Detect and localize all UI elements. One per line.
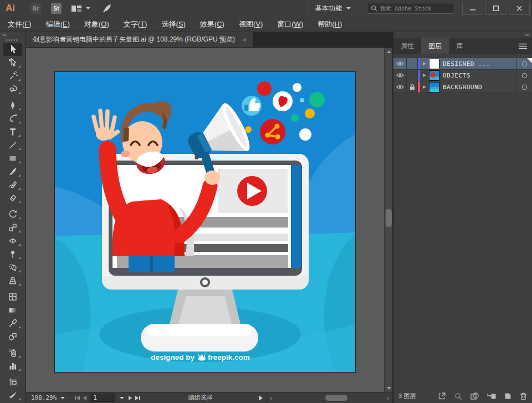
lasso-tool[interactable]	[0, 82, 25, 96]
artboard[interactable]: designed by freepik.com	[55, 72, 355, 372]
layer-thumbnail[interactable]	[429, 82, 439, 92]
expand-chevron-icon[interactable]: ▶	[420, 85, 429, 89]
canvas[interactable]: designed by freepik.com	[26, 48, 392, 392]
last-artboard-button[interactable]	[135, 396, 140, 400]
target-circle-icon[interactable]	[516, 58, 532, 69]
tools-grip-handle[interactable]	[6, 39, 19, 41]
panel-tab-2[interactable]: 库	[449, 38, 470, 54]
previous-artboard-button[interactable]	[83, 396, 86, 400]
horizontal-scrollbar[interactable]: ‹ ›	[266, 392, 392, 403]
visibility-eye-icon[interactable]	[393, 81, 407, 92]
slice-tool[interactable]	[0, 389, 25, 402]
shape-builder-tool[interactable]	[0, 261, 25, 274]
layer-name[interactable]: DESIGNED ...	[443, 60, 516, 68]
minimize-button[interactable]	[462, 2, 483, 15]
scroll-up-icon[interactable]	[385, 48, 392, 55]
maximize-button[interactable]	[485, 2, 507, 15]
visibility-eye-icon[interactable]	[393, 58, 407, 69]
column-graph-tool[interactable]	[0, 359, 25, 373]
search-input[interactable]	[380, 6, 447, 12]
close-button[interactable]	[509, 2, 530, 15]
collapse-panel-icon[interactable]: »»	[393, 32, 532, 38]
zoom-level-dropdown[interactable]: 108.29%	[26, 392, 70, 403]
menu-item-0[interactable]: 文件(F)	[8, 19, 32, 29]
menu-item-6[interactable]: 视图(V)	[239, 19, 263, 29]
clipping-mask-icon[interactable]	[470, 392, 479, 400]
status-menu-icon[interactable]	[259, 395, 263, 401]
artboard-dropdown-icon[interactable]	[120, 397, 124, 399]
next-artboard-button[interactable]	[129, 396, 132, 400]
menu-item-1[interactable]: 编辑(E)	[46, 19, 70, 29]
chevron-down-icon[interactable]	[86, 7, 90, 9]
paintbrush-tool[interactable]	[0, 165, 25, 178]
menu-item-3[interactable]: 文字(T)	[124, 19, 147, 29]
stock-app-icon[interactable]: St	[51, 3, 62, 14]
collect-export-icon[interactable]	[438, 392, 446, 400]
panel-tab-1[interactable]: 图层	[421, 38, 449, 54]
first-artboard-button[interactable]	[75, 396, 80, 400]
type-tool[interactable]	[0, 125, 25, 138]
layer-thumbnail[interactable]	[429, 59, 439, 69]
magic-wand-tool[interactable]	[0, 69, 25, 82]
scroll-down-icon[interactable]	[385, 384, 392, 392]
target-circle-icon[interactable]	[516, 70, 532, 81]
menu-item-8[interactable]: 帮助(H)	[318, 19, 342, 29]
width-tool[interactable]	[0, 234, 25, 247]
expand-chevron-icon[interactable]: ▶	[420, 73, 429, 78]
menu-item-4[interactable]: 选择(S)	[161, 19, 185, 29]
gradient-tool[interactable]	[0, 303, 25, 317]
scale-tool[interactable]	[0, 221, 25, 234]
horizontal-scroll-thumb[interactable]	[325, 395, 347, 401]
menu-item-2[interactable]: 对象(O)	[84, 19, 109, 29]
vertical-scrollbar[interactable]	[384, 48, 392, 392]
scroll-left-icon[interactable]: ‹	[267, 394, 275, 402]
direct-selection-tool[interactable]	[0, 56, 25, 69]
lock-icon[interactable]	[407, 81, 418, 92]
locate-object-icon[interactable]	[454, 392, 462, 400]
vertical-scroll-thumb[interactable]	[386, 209, 392, 227]
perspective-grid-tool[interactable]	[0, 274, 25, 287]
artboard-tool[interactable]	[0, 375, 25, 389]
pen-tool[interactable]	[0, 99, 25, 112]
menu-item-5[interactable]: 效果(C)	[200, 19, 224, 29]
panel-tab-0[interactable]: 属性	[393, 38, 421, 54]
shaper-tool[interactable]	[0, 178, 25, 192]
new-sublayer-icon[interactable]	[487, 392, 496, 400]
tab-close-icon[interactable]: ×	[243, 37, 246, 43]
visibility-eye-icon[interactable]	[393, 70, 407, 81]
layer-name[interactable]: OBJECTS	[443, 72, 516, 79]
document-tab[interactable]: 创意影响者营销电脑中的男子矢量图.ai @ 108.29% (RGB/GPU 预…	[26, 32, 253, 47]
eyedropper-tool[interactable]	[0, 317, 25, 330]
curvature-tool[interactable]	[0, 112, 25, 125]
bridge-app-icon[interactable]: Br	[30, 3, 41, 14]
layer-thumbnail[interactable]	[429, 70, 439, 81]
new-layer-icon[interactable]	[504, 392, 511, 400]
expand-chevron-icon[interactable]: ▶	[420, 61, 429, 66]
lock-icon[interactable]	[407, 70, 418, 81]
target-circle-icon[interactable]	[516, 81, 532, 92]
rectangle-tool[interactable]	[0, 152, 25, 165]
blend-tool[interactable]	[0, 330, 25, 343]
mesh-tool[interactable]	[0, 290, 25, 303]
layer-name[interactable]: BACKGROUND	[443, 84, 516, 91]
panel-menu-icon[interactable]	[513, 38, 532, 54]
puppet-warp-tool[interactable]	[0, 247, 25, 261]
eraser-tool[interactable]	[0, 192, 25, 205]
line-segment-tool[interactable]	[0, 138, 25, 152]
layer-row-designed[interactable]: ▶DESIGNED ...	[393, 58, 532, 70]
selection-tool[interactable]	[0, 43, 25, 56]
rotate-tool[interactable]	[0, 208, 25, 221]
lock-icon[interactable]	[407, 58, 418, 69]
scroll-right-icon[interactable]: ›	[383, 394, 392, 402]
layer-row-background[interactable]: ▶BACKGROUND	[393, 81, 532, 93]
layer-row-objects[interactable]: ▶OBJECTS	[393, 70, 532, 81]
artboard-number-field[interactable]: 1	[90, 394, 115, 402]
workspace-switcher[interactable]: 基本功能	[307, 2, 359, 14]
workspace-layout-icon[interactable]	[71, 5, 81, 12]
adobe-stock-search[interactable]	[367, 3, 454, 14]
rocket-icon[interactable]	[103, 4, 112, 13]
collapse-tools-icon[interactable]: »»	[0, 32, 25, 38]
menu-item-7[interactable]: 窗口(W)	[277, 19, 303, 29]
symbol-sprayer-tool[interactable]	[0, 346, 25, 359]
delete-icon[interactable]	[520, 392, 527, 400]
